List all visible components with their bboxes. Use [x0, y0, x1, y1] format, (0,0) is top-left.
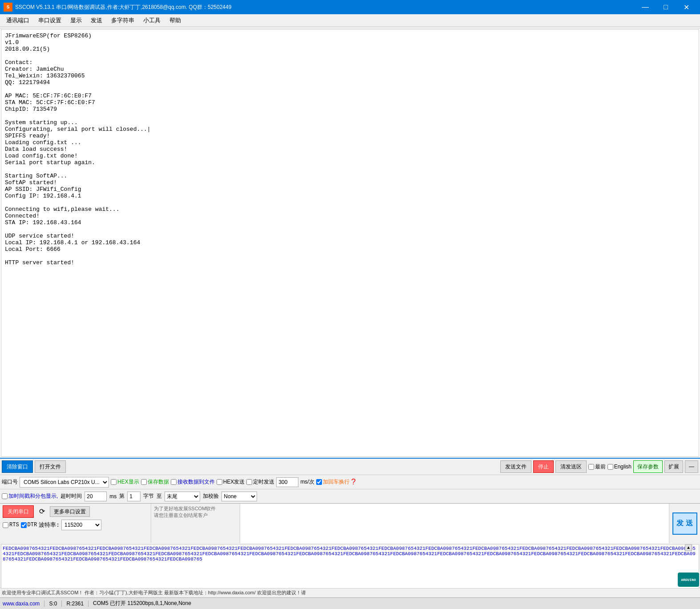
- dtr-label[interactable]: DTR: [21, 522, 37, 528]
- timed-send-label[interactable]: 定时发送: [246, 478, 274, 486]
- hex-send-checkbox[interactable]: [217, 479, 222, 485]
- s-count: S:0: [49, 601, 62, 607]
- help-icon[interactable]: ?: [351, 477, 356, 487]
- title-text: SSCOM V5.13.1 串口/网络数据调试器,作者:大虾丁丁,2618058…: [15, 4, 635, 11]
- baud-label: 波特率:: [39, 521, 60, 529]
- clear-send-btn[interactable]: 清发送区: [555, 460, 587, 473]
- expand-btn[interactable]: 扩展: [664, 460, 683, 473]
- timestamp-checkbox-label[interactable]: 加时间戳和分包显示,: [2, 492, 58, 500]
- page-label: 第: [119, 492, 125, 500]
- r-count: R:2361: [66, 601, 89, 607]
- port-row1: 关闭串口 ⟳ 更多串口设置: [3, 505, 148, 518]
- menu-bar: 通讯端口 串口设置 显示 发送 多字符串 小工具 帮助: [0, 14, 700, 27]
- arduino-logo: ARDUINO: [678, 573, 699, 587]
- more-settings-btn[interactable]: 更多串口设置: [50, 506, 90, 517]
- byte-label: 字节: [143, 492, 154, 500]
- timestamp-checkbox[interactable]: [2, 493, 8, 499]
- interval-input[interactable]: [276, 477, 298, 487]
- page-input[interactable]: [127, 492, 141, 501]
- dash-btn[interactable]: —: [685, 460, 698, 473]
- window-controls: — □ ✕: [635, 0, 696, 14]
- scrollbar-up[interactable]: ▲: [685, 544, 692, 551]
- send-textarea[interactable]: [240, 504, 669, 543]
- maximize-btn[interactable]: □: [656, 0, 676, 14]
- menu-tools[interactable]: 小工具: [139, 15, 165, 26]
- save-data-label[interactable]: 保存数据: [141, 478, 169, 486]
- main-area: JFrimwareESP(for ESP8266) v1.0 2018.09.2…: [0, 28, 700, 458]
- port-label: 端口号: [2, 478, 18, 486]
- receive-to-file-checkbox[interactable]: [171, 479, 177, 485]
- last-checkbox-label[interactable]: 最前: [588, 463, 606, 471]
- timeout-unit: ms: [109, 493, 117, 500]
- timed-send-checkbox[interactable]: [246, 479, 252, 485]
- data-output[interactable]: FEDCBA0987654321FEDCBA0987654321FEDCBA09…: [1, 544, 699, 589]
- close-btn[interactable]: ✕: [676, 0, 696, 14]
- menu-multistring[interactable]: 多字符串: [107, 15, 139, 26]
- dtr-checkbox[interactable]: [21, 522, 27, 528]
- title-bar: S SSCOM V5.13.1 串口/网络数据调试器,作者:大虾丁丁,26180…: [0, 0, 700, 14]
- menu-help[interactable]: 帮助: [165, 15, 185, 26]
- bottom-toolbar3: 加时间戳和分包显示, 超时时间 ms 第 字节 至 末尾 加校验 None: [0, 489, 700, 503]
- ticker-text: 欢迎使用专业串口调试工具SSCOM！ 作者：习小猛(丁丁),大虾电子网版主 最新…: [2, 589, 306, 596]
- menu-comm-port[interactable]: 通讯端口: [2, 15, 34, 26]
- hex-send-label[interactable]: HEX发送: [217, 478, 245, 486]
- receive-to-file-label[interactable]: 接收数据到文件: [171, 478, 215, 486]
- arduino-logo-area: ARDUINO: [678, 573, 699, 587]
- english-checkbox-label[interactable]: English: [607, 464, 632, 470]
- send-info: 为了更好地发展SSCOM软件 请您注册嘉立创结尾客户: [151, 504, 240, 543]
- last-checkbox[interactable]: [588, 464, 594, 470]
- range-label: 至: [157, 492, 162, 500]
- send-input-area: [240, 504, 669, 543]
- port-status: COM5 已打开 115200bps,8,1,None,None: [93, 600, 191, 607]
- newline-checkbox[interactable]: [316, 479, 322, 485]
- verify-label: 加校验: [203, 492, 219, 500]
- app-icon: S: [4, 3, 12, 12]
- timeout-input[interactable]: [84, 492, 107, 501]
- menu-display[interactable]: 显示: [66, 15, 86, 26]
- port-select[interactable]: COM5 Silicon Labs CP210x U...: [20, 477, 109, 488]
- send-btn[interactable]: 发 送: [672, 512, 697, 535]
- menu-serial-settings[interactable]: 串口设置: [34, 15, 66, 26]
- close-port-btn[interactable]: 关闭串口: [3, 505, 34, 518]
- port-controls: 关闭串口 ⟳ 更多串口设置 RTS DTR 波特率: 115200 9600 5…: [0, 504, 151, 543]
- stop-btn[interactable]: 停止: [533, 460, 554, 473]
- bottom-toolbar1: 清除窗口 打开文件 发送文件 停止 清发送区 最前 English 保存参数 扩…: [0, 458, 700, 475]
- newline-checkbox-label[interactable]: 加回车换行: [316, 478, 350, 486]
- website-status: www.daxia.com: [3, 601, 44, 607]
- hex-display-checkbox[interactable]: [111, 479, 117, 485]
- timeout-label: 超时时间: [60, 492, 82, 500]
- end-select[interactable]: 末尾: [165, 492, 200, 501]
- save-params-btn[interactable]: 保存参数: [633, 460, 663, 473]
- english-checkbox[interactable]: [607, 464, 613, 470]
- open-file-btn[interactable]: 打开文件: [35, 460, 66, 473]
- rts-dtr-row: RTS DTR 波特率: 115200 9600 57600: [3, 520, 148, 530]
- bottom-toolbar2: 端口号 COM5 Silicon Labs CP210x U... HEX显示 …: [0, 475, 700, 489]
- baud-select[interactable]: 115200 9600 57600: [61, 520, 101, 530]
- refresh-icon[interactable]: ⟳: [36, 506, 47, 517]
- hex-display-label[interactable]: HEX显示: [111, 478, 139, 486]
- interval-unit: ms/次: [300, 478, 314, 486]
- send-info-line1: 为了更好地发展SSCOM软件: [154, 505, 237, 512]
- clear-window-btn[interactable]: 清除窗口: [2, 460, 33, 473]
- ticker-bar: 欢迎使用专业串口调试工具SSCOM！ 作者：习小猛(丁丁),大虾电子网版主 最新…: [0, 588, 700, 597]
- send-info-line2: 请您注册嘉立创结尾客户: [154, 512, 237, 519]
- minimize-btn[interactable]: —: [635, 0, 656, 14]
- send-file-btn[interactable]: 发送文件: [500, 460, 531, 473]
- data-output-container: FEDCBA0987654321FEDCBA0987654321FEDCBA09…: [0, 543, 700, 588]
- rts-label[interactable]: RTS: [3, 522, 19, 528]
- menu-send[interactable]: 发送: [86, 15, 107, 26]
- send-btn-area: 发 送: [669, 504, 700, 543]
- rts-checkbox[interactable]: [3, 522, 8, 528]
- port-send-area: 关闭串口 ⟳ 更多串口设置 RTS DTR 波特率: 115200 9600 5…: [0, 503, 700, 543]
- status-bar: www.daxia.com S:0 R:2361 COM5 已打开 115200…: [0, 597, 700, 609]
- terminal-output[interactable]: JFrimwareESP(for ESP8266) v1.0 2018.09.2…: [1, 29, 699, 457]
- save-data-checkbox[interactable]: [141, 479, 147, 485]
- verify-select[interactable]: None: [221, 492, 257, 501]
